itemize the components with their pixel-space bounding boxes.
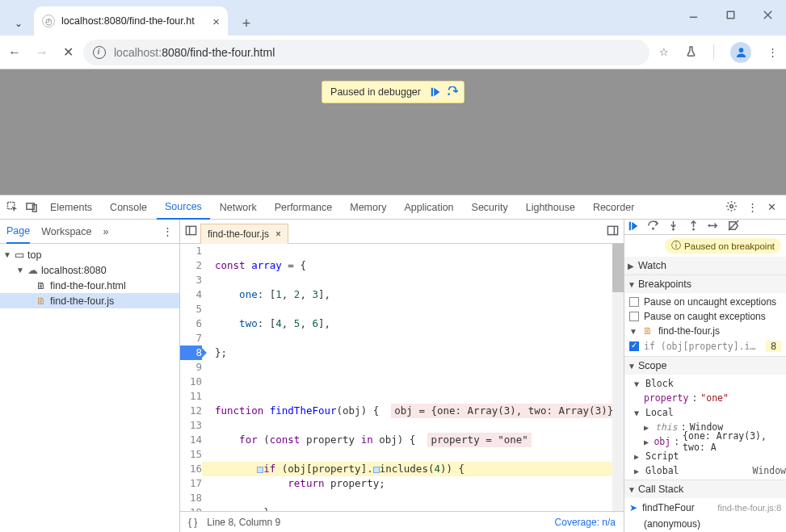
overlay-resume-button[interactable]: [427, 84, 443, 100]
call-frame[interactable]: ➤ findTheFour find-the-four.js:8: [624, 500, 786, 516]
paused-reason-badge: ⓘ Paused on breakpoint: [665, 238, 781, 253]
tab-title: localhost:8080/find-the-four.ht: [61, 15, 195, 27]
tab-elements[interactable]: Elements: [42, 195, 100, 220]
callstack-section-header[interactable]: ▼Call Stack: [624, 480, 786, 498]
svg-rect-5: [431, 88, 433, 97]
code-text: const array = { one: [1, 2, 3], two: [4,…: [208, 244, 624, 511]
svg-point-22: [708, 224, 710, 227]
devtools-settings-icon[interactable]: [725, 200, 738, 215]
tab-performance[interactable]: Performance: [267, 195, 341, 220]
pause-uncaught-checkbox[interactable]: Pause on uncaught exceptions: [624, 295, 786, 309]
labs-icon[interactable]: [685, 45, 697, 60]
tree-file-html[interactable]: 🗎find-the-four.html: [0, 278, 179, 293]
devtools-more-icon[interactable]: ⋮: [747, 201, 758, 213]
window-icon: ▭: [15, 249, 24, 261]
toggle-debugger-icon[interactable]: [607, 224, 619, 239]
forward-button: →: [36, 45, 48, 60]
navigator-panel: Page Workspace » ⋮ ▼▭top ▼☁localhost:808…: [0, 220, 180, 532]
address-bar[interactable]: localhost:8080/find-the-four.html: [83, 40, 649, 65]
cursor-position: Line 8, Column 9: [207, 517, 280, 528]
svg-rect-15: [629, 221, 631, 230]
editor-tab[interactable]: find-the-four.js ×: [200, 224, 288, 244]
nav-tab-page[interactable]: Page: [6, 220, 30, 244]
scrollbar[interactable]: [612, 244, 624, 511]
file-icon: 🗎: [36, 280, 47, 291]
execution-line: if (obj[property].includes(4)) {: [202, 462, 624, 476]
browser-tab[interactable]: ◴ localhost:8080/find-the-four.ht ×: [34, 6, 228, 36]
site-info-icon[interactable]: [93, 46, 106, 59]
tree-domain[interactable]: ▼☁localhost:8080: [0, 262, 179, 278]
bookmark-icon[interactable]: ☆: [659, 46, 669, 58]
tree-top[interactable]: ▼▭top: [0, 247, 179, 262]
scope-block[interactable]: ▼Block: [624, 376, 786, 391]
breakpoint-entry[interactable]: if (obj[property].i… 8: [624, 338, 786, 354]
devtools-tabs: Elements Console Sources Network Perform…: [0, 195, 786, 220]
window-controls: [675, 0, 786, 29]
step-out-button[interactable]: [687, 220, 700, 234]
pause-caught-checkbox[interactable]: Pause on caught exceptions: [624, 309, 786, 324]
menu-button[interactable]: ⋮: [767, 46, 778, 58]
nav-menu-icon[interactable]: ⋮: [162, 225, 173, 237]
scope-global[interactable]: ▶GlobalWindow: [624, 463, 786, 478]
deactivate-breakpoints-button[interactable]: [728, 220, 740, 234]
tree-file-js[interactable]: 🗎find-the-four.js: [0, 293, 179, 308]
tab-security[interactable]: Security: [464, 195, 516, 220]
resume-button[interactable]: [628, 220, 639, 234]
tab-network[interactable]: Network: [212, 195, 265, 220]
scrollbar-thumb[interactable]: [612, 244, 624, 292]
step-into-button[interactable]: [667, 220, 679, 234]
scope-obj[interactable]: ▶obj: {one: Array(3), two: A: [624, 434, 786, 449]
breakpoint-file[interactable]: ▼🗎find-the-four.js: [624, 324, 786, 338]
step-over-button[interactable]: [647, 220, 659, 234]
svg-point-20: [692, 228, 695, 231]
devtools: Elements Console Sources Network Perform…: [0, 195, 786, 532]
debugger-paused-overlay: Paused in debugger: [322, 81, 464, 103]
step-button[interactable]: [708, 220, 720, 234]
tab-memory[interactable]: Memory: [342, 195, 394, 220]
tab-application[interactable]: Application: [396, 195, 461, 220]
svg-rect-11: [186, 226, 195, 234]
toggle-navigator-icon[interactable]: [185, 224, 197, 239]
devtools-close-icon[interactable]: ✕: [767, 201, 776, 213]
tab-lighthouse[interactable]: Lighthouse: [518, 195, 583, 220]
tab-sources[interactable]: Sources: [157, 195, 210, 220]
code-area[interactable]: 1234567 8 91011121314151617181920 const …: [180, 244, 624, 511]
breakpoint-checkbox[interactable]: [629, 341, 639, 351]
tab-search-button[interactable]: ⌄: [6, 11, 31, 36]
maximize-button[interactable]: [712, 0, 749, 29]
exec-marker-icon: [373, 467, 380, 473]
nav-tab-workspace[interactable]: Workspace: [41, 226, 91, 237]
tab-strip: ⌄ ◴ localhost:8080/find-the-four.ht × +: [0, 0, 786, 36]
tab-close-button[interactable]: ×: [212, 15, 220, 28]
breakpoints-section-header[interactable]: ▼Breakpoints: [624, 275, 786, 293]
tab-console[interactable]: Console: [102, 195, 155, 220]
separator: [713, 44, 714, 61]
breakpoint-marker[interactable]: 8: [180, 346, 202, 360]
breakpoint-line-number: 8: [766, 341, 781, 352]
watch-section-header[interactable]: ▶Watch: [624, 257, 786, 274]
scope-section-header[interactable]: ▼Scope: [624, 357, 786, 375]
url-text: localhost:8080/find-the-four.html: [114, 46, 275, 59]
profile-button[interactable]: [730, 42, 751, 63]
inspect-icon[interactable]: [3, 201, 21, 213]
overlay-step-button[interactable]: [444, 84, 460, 100]
nav-more-icon[interactable]: »: [103, 226, 109, 237]
stop-button[interactable]: ✕: [63, 44, 74, 60]
debugger-panel: ⓘ Paused on breakpoint ▶Watch ▼Breakpoin…: [624, 220, 786, 532]
svg-point-18: [672, 228, 675, 231]
call-frame[interactable]: (anonymous): [624, 516, 786, 532]
tab-recorder[interactable]: Recorder: [585, 195, 642, 220]
pretty-print-icon[interactable]: { }: [188, 517, 197, 528]
new-tab-button[interactable]: +: [234, 11, 258, 36]
svg-point-16: [652, 228, 654, 230]
inline-value: obj = {one: Array(3), two: Array(3)}: [391, 404, 616, 418]
inline-value: property = "one": [427, 433, 531, 447]
close-window-button[interactable]: [749, 0, 786, 29]
device-toolbar-icon[interactable]: [23, 201, 40, 213]
coverage-status[interactable]: Coverage: n/a: [555, 517, 616, 528]
minimize-button[interactable]: [675, 0, 712, 29]
back-button[interactable]: ←: [8, 45, 21, 60]
scope-local[interactable]: ▼Local: [624, 405, 786, 420]
editor-tab-close-icon[interactable]: ×: [275, 228, 281, 240]
cloud-icon: ☁: [27, 264, 38, 276]
